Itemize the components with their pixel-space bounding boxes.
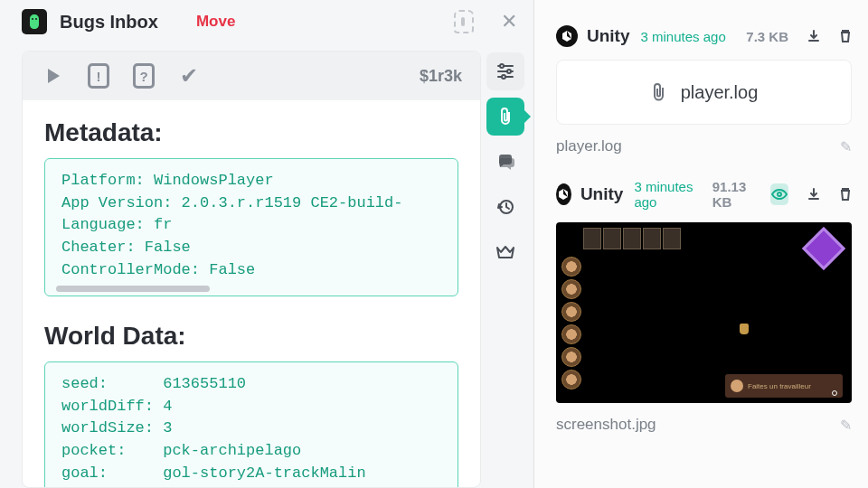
rail-history[interactable]	[486, 188, 524, 226]
play-button[interactable]	[41, 63, 66, 89]
rail-sliders[interactable]	[486, 52, 524, 90]
download-icon[interactable]	[807, 187, 821, 202]
attachment-author: Unity	[587, 26, 630, 46]
attachment-size: 91.13 KB	[712, 179, 753, 210]
edit-icon[interactable]: ✎	[840, 138, 852, 155]
svg-point-3	[500, 64, 504, 68]
download-icon[interactable]	[807, 29, 821, 43]
visible-badge[interactable]	[770, 183, 788, 205]
side-rail	[486, 52, 526, 271]
version-label: $1r3k	[420, 67, 462, 86]
question-button[interactable]: ?	[131, 63, 156, 89]
main-card: ! ? ✔ $1r3k Metadata: Platform: WindowsP…	[22, 51, 481, 488]
attachment-item: Unity 3 minutes ago 7.3 KB player.log pl…	[556, 25, 852, 155]
rail-attachments[interactable]	[486, 98, 524, 136]
attachment-item: Unity 3 minutes ago 91.13 KB Faites	[556, 179, 852, 434]
metadata-block[interactable]: Platform: WindowsPlayer App Version: 2.0…	[44, 158, 458, 296]
edit-icon[interactable]: ✎	[840, 417, 852, 434]
close-icon[interactable]: ✕	[501, 10, 517, 33]
delete-icon[interactable]	[839, 29, 852, 43]
delete-icon[interactable]	[839, 187, 852, 202]
worlddata-block[interactable]: seed: 613655110 worldDiff: 4 worldSize: …	[44, 361, 458, 487]
pointer-icon[interactable]	[454, 10, 474, 33]
card-body[interactable]: Metadata: Platform: WindowsPlayer App Ve…	[23, 100, 480, 487]
rail-crown[interactable]	[486, 233, 524, 271]
attachment-author: Unity	[580, 184, 624, 204]
svg-point-5	[502, 75, 505, 79]
filename: screenshot.jpg	[556, 416, 656, 434]
unity-avatar	[556, 183, 571, 205]
h-scrollbar[interactable]	[56, 286, 210, 292]
file-card[interactable]: player.log	[556, 60, 852, 125]
screenshot-preview[interactable]: Faites un travailleur	[556, 222, 852, 403]
svg-point-4	[507, 70, 511, 73]
page-title: Bugs Inbox	[60, 12, 158, 33]
move-button[interactable]: Move	[196, 13, 235, 31]
header: Bugs Inbox Move ✕	[0, 0, 533, 43]
app-icon	[22, 9, 47, 34]
attachment-time: 3 minutes ago	[634, 179, 693, 210]
worlddata-heading: World Data:	[44, 322, 458, 351]
rail-chat[interactable]	[486, 143, 524, 181]
attachment-size: 7.3 KB	[746, 29, 788, 44]
file-label: player.log	[681, 82, 759, 103]
card-toolbar: ! ? ✔ $1r3k	[23, 52, 480, 100]
attachment-time: 3 minutes ago	[641, 29, 726, 44]
paperclip-icon	[650, 82, 668, 102]
done-button[interactable]: ✔	[176, 63, 202, 89]
unity-avatar	[556, 25, 578, 47]
metadata-heading: Metadata:	[44, 118, 458, 147]
important-button[interactable]: !	[86, 63, 111, 89]
attachments-pane: Unity 3 minutes ago 7.3 KB player.log pl…	[533, 0, 868, 488]
svg-point-7	[778, 192, 781, 196]
filename: player.log	[556, 137, 622, 155]
